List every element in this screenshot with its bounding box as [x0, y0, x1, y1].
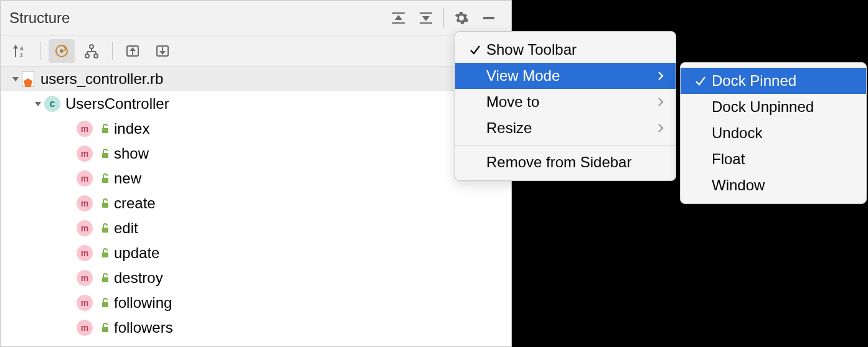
svg-marker-7	[13, 45, 18, 57]
menu-move-to[interactable]: Move to	[455, 89, 676, 115]
tree-method-row[interactable]: mupdate	[1, 241, 511, 266]
svg-rect-26	[102, 153, 108, 158]
method-label: show	[114, 145, 149, 162]
method-label: edit	[114, 220, 138, 237]
method-label: destroy	[114, 269, 163, 287]
submenu-label: Dock Pinned	[712, 72, 855, 90]
svg-marker-23	[12, 77, 19, 81]
svg-marker-20	[130, 47, 136, 55]
method-icon: m	[77, 245, 93, 261]
svg-rect-6	[483, 17, 494, 19]
file-label: users_controller.rb	[40, 70, 163, 88]
chevron-right-icon	[657, 97, 664, 107]
submenu-label: Dock Unpinned	[712, 98, 855, 116]
menu-label: Show Toolbar	[486, 41, 664, 58]
method-icon: m	[77, 220, 93, 236]
toolbar-separator	[40, 42, 41, 60]
menu-resize[interactable]: Resize	[455, 115, 676, 141]
tree-method-row[interactable]: medit	[1, 216, 511, 241]
settings-menu: Show Toolbar View Mode Move to Resize Re…	[455, 31, 676, 181]
svg-marker-4	[422, 16, 430, 21]
method-icon: m	[77, 146, 93, 162]
class-label: UsersController	[65, 95, 169, 113]
method-icon: m	[77, 320, 93, 336]
ruby-file-icon	[22, 71, 35, 87]
svg-point-11	[60, 49, 64, 52]
submenu-float[interactable]: Float	[681, 146, 866, 172]
toolbar-separator-2	[112, 42, 113, 60]
method-label: index	[114, 120, 149, 137]
autoscroll-to-source-button[interactable]	[120, 39, 146, 63]
method-label: create	[114, 195, 156, 212]
submenu-dock-unpinned[interactable]: Dock Unpinned	[681, 94, 866, 120]
lock-open-icon	[100, 124, 110, 134]
chevron-down-icon[interactable]	[32, 99, 44, 108]
tree-method-row[interactable]: mshow	[1, 141, 511, 166]
svg-marker-22	[159, 47, 166, 55]
svg-rect-31	[102, 277, 108, 282]
tree-file-row[interactable]: users_controller.rb	[1, 67, 511, 91]
svg-point-18	[94, 54, 98, 58]
structure-panel: Structure	[0, 0, 512, 347]
sort-alpha-button[interactable]: a z	[7, 39, 33, 63]
method-icon: m	[77, 121, 93, 137]
tree-class-row[interactable]: c UsersController	[1, 91, 511, 116]
collapse-all-button[interactable]	[412, 6, 440, 30]
tree-method-row[interactable]: mfollowing	[1, 290, 511, 315]
expand-all-button[interactable]	[385, 6, 412, 30]
submenu-window[interactable]: Window	[681, 172, 866, 198]
method-icon: m	[77, 295, 93, 311]
tree-method-row[interactable]: mnew	[1, 166, 511, 191]
header-separator	[443, 8, 444, 28]
chevron-down-icon[interactable]	[9, 75, 22, 83]
hide-button[interactable]	[475, 6, 502, 30]
method-label: followers	[114, 319, 173, 336]
submenu-label: Window	[712, 177, 855, 194]
panel-header: Structure	[1, 1, 511, 35]
svg-rect-27	[102, 178, 108, 183]
svg-point-17	[85, 54, 89, 58]
submenu-undock[interactable]: Undock	[681, 120, 866, 146]
panel-toolbar: a z	[1, 35, 511, 67]
chevron-right-icon	[657, 71, 664, 81]
tree-method-row[interactable]: mfollowers	[1, 315, 511, 340]
lock-open-icon	[100, 273, 110, 283]
header-actions	[385, 6, 502, 30]
svg-rect-28	[102, 203, 108, 208]
svg-text:a: a	[20, 45, 24, 52]
method-icon: m	[77, 195, 93, 211]
method-label: following	[114, 294, 172, 312]
method-icon: m	[77, 270, 93, 286]
svg-rect-29	[102, 228, 108, 233]
submenu-dock-pinned[interactable]: Dock Pinned	[681, 68, 866, 94]
menu-remove-sidebar[interactable]: Remove from Sidebar	[455, 149, 676, 175]
structure-tree: users_controller.rb c UsersController mi…	[1, 67, 511, 346]
lock-open-icon	[100, 198, 110, 208]
lock-open-icon	[100, 149, 110, 159]
tree-method-row[interactable]: mcreate	[1, 191, 511, 216]
lock-open-icon	[100, 223, 110, 233]
submenu-label: Float	[712, 150, 855, 168]
menu-show-toolbar[interactable]: Show Toolbar	[455, 37, 676, 63]
method-icon: m	[77, 170, 93, 187]
lock-open-icon	[100, 174, 110, 183]
svg-rect-32	[102, 302, 108, 307]
autoscroll-from-source-button[interactable]	[150, 39, 176, 63]
svg-rect-33	[102, 327, 108, 332]
lock-open-icon	[100, 298, 110, 308]
tree-method-row[interactable]: mindex	[1, 116, 511, 141]
method-label: update	[114, 244, 159, 262]
panel-title: Structure	[9, 9, 385, 27]
show-inherited-button[interactable]	[78, 39, 105, 63]
method-label: new	[114, 170, 141, 187]
view-mode-submenu: Dock Pinned Dock Unpinned Undock Float W…	[680, 62, 867, 204]
menu-view-mode[interactable]: View Mode	[455, 63, 676, 89]
gear-icon[interactable]	[448, 6, 475, 30]
chevron-right-icon	[657, 123, 664, 133]
class-icon: c	[44, 96, 60, 112]
tree-method-row[interactable]: mdestroy	[1, 266, 511, 290]
show-fields-button[interactable]	[49, 39, 75, 63]
lock-open-icon	[100, 323, 110, 333]
menu-label: Resize	[486, 119, 657, 137]
menu-separator	[455, 145, 676, 146]
